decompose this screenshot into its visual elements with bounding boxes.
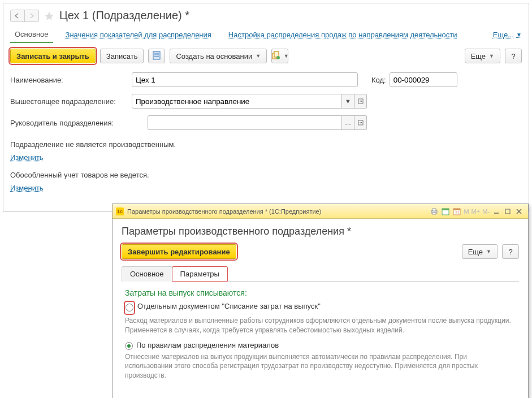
copy-icon xyxy=(271,51,280,62)
radio-distribution-rules[interactable] xyxy=(125,342,133,350)
favorite-star-icon[interactable] xyxy=(44,10,55,21)
costs-section-heading: Затраты на выпуск списываются: xyxy=(125,288,516,297)
svg-rect-11 xyxy=(432,213,436,214)
svg-rect-0 xyxy=(153,51,160,59)
finish-editing-button[interactable]: Завершить редактирование xyxy=(122,244,236,259)
svg-rect-13 xyxy=(442,209,449,210)
radio-separate-doc-label[interactable]: Отдельным документом "Списание затрат на… xyxy=(137,302,321,310)
svg-rect-18 xyxy=(505,209,510,214)
close-icon[interactable] xyxy=(514,206,524,217)
parent-input[interactable] xyxy=(132,94,342,109)
radio-highlight xyxy=(125,302,134,314)
manager-label: Руководитель подразделения: xyxy=(10,119,148,127)
dialog-more-label: Еще xyxy=(468,248,483,256)
main-toolbar: Записать и закрыть Записать Создать на о… xyxy=(3,43,529,69)
row-manager: Руководитель подразделения: … xyxy=(3,112,529,133)
document-icon xyxy=(153,51,161,62)
radio-distribution-rules-label[interactable]: По правилам распределения материалов xyxy=(136,341,279,349)
create-based-label: Создать на основании xyxy=(176,52,252,60)
memory-mplus-button[interactable]: M+ xyxy=(472,208,481,215)
create-based-button[interactable]: Создать на основании ▼ xyxy=(170,49,267,63)
header: Цех 1 (Подразделение) * xyxy=(3,3,529,27)
finish-label: Завершить редактирование xyxy=(128,248,230,256)
code-label: Код: xyxy=(371,76,386,84)
svg-text:31: 31 xyxy=(455,211,460,215)
app-icon: 1c xyxy=(116,207,124,215)
name-label: Наименование: xyxy=(10,76,132,84)
chevron-down-icon: ▼ xyxy=(256,53,261,59)
radio-separate-doc[interactable] xyxy=(126,304,133,312)
dialog-title: Параметры производственного подразделени… xyxy=(122,226,519,237)
help-label: ? xyxy=(511,52,515,60)
manager-input[interactable] xyxy=(148,115,342,130)
memory-mminus-button[interactable]: M- xyxy=(482,208,490,215)
report-button[interactable] xyxy=(148,49,165,63)
save-button[interactable]: Записать xyxy=(100,49,144,63)
chevron-down-icon: ▼ xyxy=(489,53,494,59)
dialog-tab-content: Затраты на выпуск списываются: Отдельным… xyxy=(122,282,519,393)
dialog-titlebar: 1c Параметры производственного подраздел… xyxy=(113,204,528,219)
row-parent: Вышестоящее подразделение: ▼ xyxy=(3,90,529,112)
radio-row-separate-doc: Отдельным документом "Списание затрат на… xyxy=(125,302,516,314)
print-icon[interactable] xyxy=(429,206,439,217)
manager-combo: … xyxy=(148,115,367,130)
tab-sales-distribution[interactable]: Настройка распределения продаж по направ… xyxy=(224,27,462,42)
dialog-toolbar: Завершить редактирование Еще ▼ ? xyxy=(122,244,519,259)
svg-rect-15 xyxy=(453,209,460,210)
radio-row-distribution-rules: По правилам распределения материалов xyxy=(125,341,516,350)
chevron-down-icon: ▼ xyxy=(516,32,522,38)
maximize-icon[interactable] xyxy=(503,206,513,217)
row-name: Наименование: Код: xyxy=(3,69,529,90)
dialog-tabs: Основное Параметры xyxy=(122,266,519,282)
forward-button[interactable] xyxy=(24,10,39,22)
tab-distribution-values[interactable]: Значения показателей для распределения xyxy=(61,27,216,42)
dialog-help-button[interactable]: ? xyxy=(502,244,519,259)
parent-label: Вышестоящее подразделение: xyxy=(10,97,132,106)
params-dialog: 1c Параметры производственного подраздел… xyxy=(112,204,529,398)
nav-tabs: Основное Значения показателей для распре… xyxy=(3,27,529,43)
name-input[interactable] xyxy=(132,72,358,87)
parent-dropdown-button[interactable]: ▼ xyxy=(342,94,354,109)
code-input[interactable] xyxy=(390,72,457,87)
dialog-more-button[interactable]: Еще ▼ xyxy=(462,244,498,259)
tab-more-label: Еще... xyxy=(493,31,514,39)
change-accounting-link[interactable]: Изменить xyxy=(3,181,50,194)
page-title: Цех 1 (Подразделение) * xyxy=(59,9,189,22)
save-close-button[interactable]: Записать и закрыть xyxy=(10,49,96,63)
attachments-button[interactable]: ▼ xyxy=(271,49,288,63)
svg-rect-10 xyxy=(432,209,436,211)
parent-open-button[interactable] xyxy=(354,94,367,109)
manager-select-button[interactable]: … xyxy=(342,115,354,130)
dialog-tab-params[interactable]: Параметры xyxy=(172,266,228,282)
help-button[interactable]: ? xyxy=(505,49,522,63)
dialog-tab-main[interactable]: Основное xyxy=(122,266,172,282)
more-label: Еще xyxy=(471,52,486,60)
chevron-down-icon: ▼ xyxy=(284,53,289,59)
change-production-link[interactable]: Изменить xyxy=(3,151,50,164)
tab-main[interactable]: Основное xyxy=(10,27,53,43)
save-close-label: Записать и закрыть xyxy=(16,52,89,60)
dialog-body: Параметры производственного подразделени… xyxy=(113,219,528,398)
open-icon xyxy=(358,120,364,126)
calendar-icon[interactable] xyxy=(440,206,451,217)
parent-combo: ▼ xyxy=(132,94,367,109)
tab-more[interactable]: Еще... ▼ xyxy=(493,31,522,39)
calendar2-icon[interactable]: 31 xyxy=(452,206,462,217)
main-window: Цех 1 (Подразделение) * Основное Значени… xyxy=(3,3,529,212)
back-button[interactable] xyxy=(10,10,25,22)
memory-m-button[interactable]: M xyxy=(464,208,469,215)
more-button[interactable]: Еще ▼ xyxy=(465,49,500,63)
manager-open-button[interactable] xyxy=(354,115,367,130)
radio-distribution-rules-desc: Отнесение материалов на выпуск продукции… xyxy=(125,352,516,380)
info-no-separate: Обособленный учет товаров не ведется. xyxy=(3,164,529,181)
dialog-titlebar-text: Параметры производственного подразделени… xyxy=(127,208,321,215)
radio-separate-doc-desc: Расход материалов и выполненные работы с… xyxy=(125,316,516,335)
svg-point-6 xyxy=(276,56,280,59)
dialog-help-label: ? xyxy=(508,248,512,256)
chevron-down-icon: ▼ xyxy=(486,249,491,254)
minimize-icon[interactable] xyxy=(491,206,501,217)
info-not-production: Подразделение не является производственн… xyxy=(3,133,529,151)
open-icon xyxy=(358,98,364,104)
save-label: Записать xyxy=(106,52,138,60)
